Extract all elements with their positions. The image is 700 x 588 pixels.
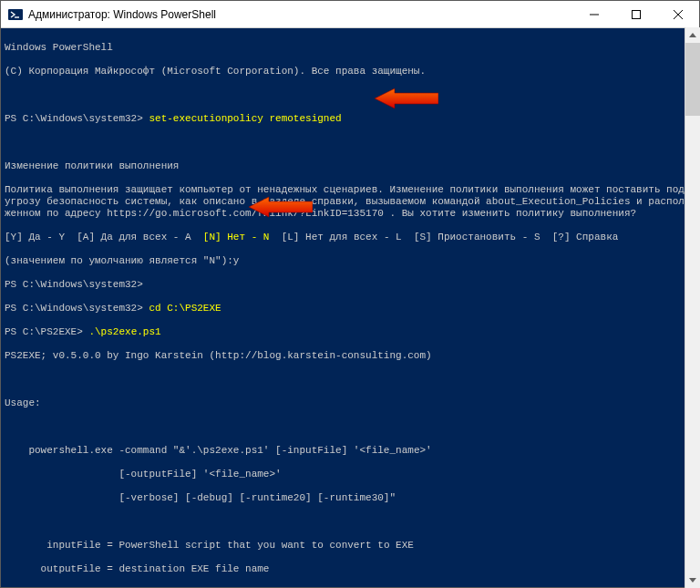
output-line: outputFile = destination EXE file name [5, 563, 695, 575]
output-line: Windows PowerShell [5, 42, 695, 54]
svg-marker-9 [689, 578, 696, 583]
output-line: inputFile = PowerShell script that you w… [5, 540, 695, 552]
output-line: powershell.exe -command "&'.\ps2exe.ps1'… [5, 445, 695, 457]
scroll-track[interactable] [685, 43, 700, 573]
close-button[interactable] [657, 1, 699, 27]
output-line: [-verbose] [-debug] [-runtime20] [-runti… [5, 492, 695, 504]
output-line: Изменение политики выполнения [5, 160, 695, 172]
output-line: Usage: [5, 397, 695, 409]
prompt: PS C:\PS2EXE> [5, 326, 88, 337]
output-line: Политика выполнения защищает компьютер о… [5, 184, 695, 220]
output-line: [Y] Да - Y [A] Да для всех - A [N] Нет -… [5, 232, 695, 243]
powershell-window: Администратор: Windows PowerShell Window… [0, 0, 700, 588]
vertical-scrollbar[interactable] [685, 27, 700, 588]
titlebar[interactable]: Администратор: Windows PowerShell [1, 1, 699, 28]
output-line: PS2EXE; v0.5.0.0 by Ingo Karstein (http:… [5, 350, 695, 362]
powershell-icon [8, 7, 23, 22]
output-line [5, 89, 695, 101]
terminal-area[interactable]: Windows PowerShell (C) Корпорация Майкро… [1, 28, 699, 587]
option-default: [N] Нет - N [203, 232, 270, 242]
prompt-line: PS C:\PS2EXE> .\ps2exe.ps1 [5, 326, 695, 338]
prompt: PS C:\Windows\system32> [5, 113, 149, 124]
scroll-thumb[interactable] [685, 43, 700, 116]
output-line: (C) Корпорация Майкрософт (Microsoft Cor… [5, 66, 695, 77]
prompt-line: PS C:\Windows\system32> set-executionpol… [5, 113, 695, 125]
option-text: [L] Нет для всех - L [S] Приостановить -… [269, 232, 618, 242]
prompt-line: PS C:\Windows\system32> [5, 279, 695, 291]
command-text: .\ps2exe.ps1 [88, 326, 160, 337]
prompt: PS C:\Windows\system32> [5, 303, 149, 314]
output-line [5, 137, 695, 149]
command-text: cd C:\PS2EXE [149, 303, 221, 314]
prompt-line: PS C:\Windows\system32> cd C:\PS2EXE [5, 303, 695, 315]
svg-rect-3 [633, 10, 641, 18]
window-controls [573, 1, 699, 27]
scroll-down-button[interactable] [685, 573, 700, 588]
window-title: Администратор: Windows PowerShell [28, 8, 573, 21]
output-line [5, 421, 695, 433]
scroll-up-button[interactable] [685, 27, 700, 43]
minimize-button[interactable] [573, 1, 615, 27]
output-line [5, 516, 695, 528]
option-text: [Y] Да - Y [A] Да для всех - A [5, 232, 203, 242]
command-text: set-executionpolicy remotesigned [149, 113, 341, 124]
svg-marker-8 [689, 33, 696, 37]
output-line [5, 374, 695, 386]
maximize-button[interactable] [615, 1, 657, 27]
output-line: [-outputFile] '<file_name>' [5, 469, 695, 480]
output-line: (значением по умолчанию является "N"):y [5, 255, 695, 267]
